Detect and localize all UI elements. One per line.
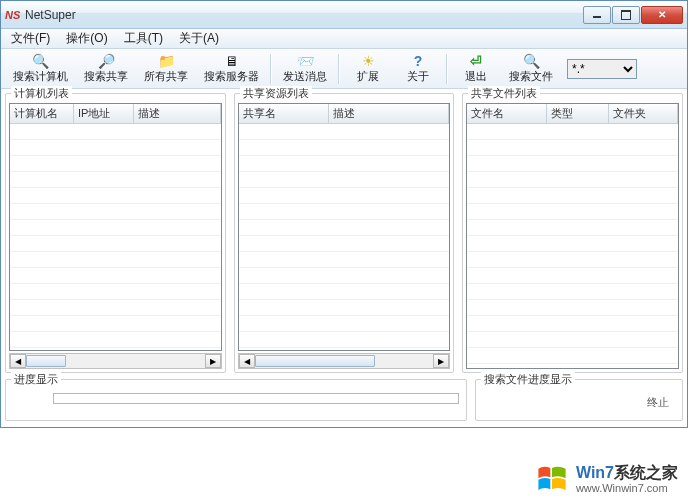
tb-all-share[interactable]: 📁所有共享 [136,51,196,87]
menu-about[interactable]: 关于(A) [171,28,227,49]
toolbar-separator [270,54,272,84]
progress-bar [53,393,459,404]
watermark-text: Win7系统之家 www.Winwin7.com [576,463,678,495]
exit-icon: ⏎ [468,53,484,69]
scroll-left-button[interactable]: ◀ [10,354,26,368]
extend-icon: ☀ [360,53,376,69]
toolbar-separator [338,54,340,84]
horizontal-scrollbar[interactable]: ◀ ▶ [238,353,451,369]
bottom-area: 进度显示 搜索文件进度显示 终止 [1,375,687,423]
tb-send-message[interactable]: 📨发送消息 [275,51,335,87]
scroll-right-button[interactable]: ▶ [433,354,449,368]
tb-search-share[interactable]: 🔎搜索共享 [76,51,136,87]
tb-extend[interactable]: ☀扩展 [343,51,393,87]
computer-listview[interactable]: 计算机名 IP地址 描述 [9,103,222,351]
magnifier-icon: 🔎 [98,53,114,69]
scroll-thumb[interactable] [255,355,375,367]
col-desc[interactable]: 描述 [134,104,221,123]
menubar: 文件(F) 操作(O) 工具(T) 关于(A) [1,29,687,49]
share-listview[interactable]: 共享名 描述 [238,103,451,351]
panel-title: 进度显示 [11,372,61,387]
maximize-button[interactable] [612,6,640,24]
scroll-right-button[interactable]: ▶ [205,354,221,368]
panel-title: 共享文件列表 [468,86,540,101]
progress-panel: 进度显示 [3,375,469,423]
scroll-track[interactable] [26,354,205,368]
listview-body[interactable] [467,124,678,368]
menu-operation[interactable]: 操作(O) [58,28,115,49]
panel-title: 共享资源列表 [240,86,312,101]
col-file-name[interactable]: 文件名 [467,104,547,123]
tb-search-file[interactable]: 🔍搜索文件 [501,51,561,87]
question-icon: ? [410,53,426,69]
windows-logo-icon [534,462,570,496]
watermark-brand: Win7系统之家 [576,463,678,482]
titlebar[interactable]: NS NetSuper [1,1,687,29]
menu-tools[interactable]: 工具(T) [116,28,171,49]
col-ip[interactable]: IP地址 [74,104,134,123]
file-list-panel: 共享文件列表 文件名 类型 文件夹 [460,89,685,375]
listview-header[interactable]: 文件名 类型 文件夹 [467,104,678,124]
file-listview[interactable]: 文件名 类型 文件夹 [466,103,679,369]
window-controls [582,6,683,24]
menu-file[interactable]: 文件(F) [3,28,58,49]
tb-exit[interactable]: ⏎退出 [451,51,501,87]
svg-text:NS: NS [5,9,21,21]
main-content: 计算机列表 计算机名 IP地址 描述 ◀ ▶ 共享资源列表 共享名 [1,89,687,375]
computer-list-panel: 计算机列表 计算机名 IP地址 描述 ◀ ▶ [3,89,228,375]
folder-icon: 📁 [158,53,174,69]
message-icon: 📨 [297,53,313,69]
filter-select[interactable]: *.* [567,59,637,79]
horizontal-scrollbar[interactable]: ◀ ▶ [9,353,222,369]
file-progress-panel: 搜索文件进度显示 终止 [473,375,685,423]
col-folder[interactable]: 文件夹 [609,104,678,123]
file-filter[interactable]: *.* [567,59,637,79]
tb-search-computer[interactable]: 🔍搜索计算机 [5,51,76,87]
magnifier-icon: 🔍 [523,53,539,69]
magnifier-icon: 🔍 [33,53,49,69]
scroll-track[interactable] [255,354,434,368]
listview-header[interactable]: 计算机名 IP地址 描述 [10,104,221,124]
col-computer-name[interactable]: 计算机名 [10,104,74,123]
stop-button[interactable]: 终止 [641,393,675,412]
tb-about[interactable]: ?关于 [393,51,443,87]
toolbar: 🔍搜索计算机 🔎搜索共享 📁所有共享 🖥搜索服务器 📨发送消息 ☀扩展 ?关于 … [1,49,687,89]
share-list-panel: 共享资源列表 共享名 描述 ◀ ▶ [232,89,457,375]
listview-body[interactable] [239,124,450,350]
server-icon: 🖥 [224,53,240,69]
col-desc[interactable]: 描述 [329,104,450,123]
listview-header[interactable]: 共享名 描述 [239,104,450,124]
panel-title: 计算机列表 [11,86,72,101]
tb-search-server[interactable]: 🖥搜索服务器 [196,51,267,87]
col-share-name[interactable]: 共享名 [239,104,329,123]
close-button[interactable] [641,6,683,24]
watermark-url: www.Winwin7.com [576,482,678,495]
window-title: NetSuper [25,8,582,22]
panel-title: 搜索文件进度显示 [481,372,575,387]
scroll-left-button[interactable]: ◀ [239,354,255,368]
app-icon: NS [5,7,21,23]
minimize-button[interactable] [583,6,611,24]
listview-body[interactable] [10,124,221,350]
watermark: Win7系统之家 www.Winwin7.com [534,462,678,496]
toolbar-separator [446,54,448,84]
col-type[interactable]: 类型 [547,104,609,123]
scroll-thumb[interactable] [26,355,66,367]
main-window: NS NetSuper 文件(F) 操作(O) 工具(T) 关于(A) 🔍搜索计… [0,0,688,428]
progress-area [13,393,459,407]
